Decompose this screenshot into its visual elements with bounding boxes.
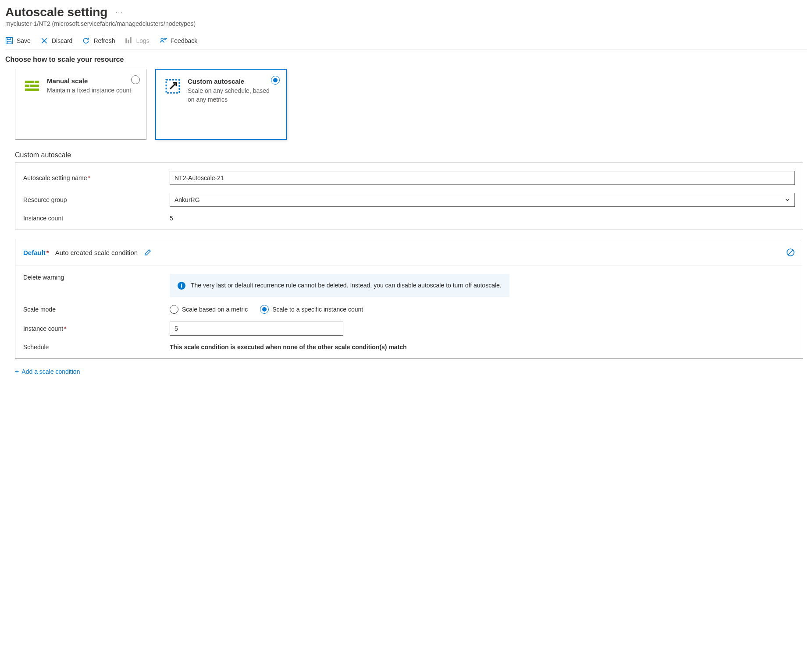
card-manual-scale[interactable]: Manual scale Maintain a fixed instance c…: [15, 69, 146, 140]
page-title: Autoscale setting: [5, 5, 107, 19]
info-icon: [178, 282, 185, 290]
refresh-label: Refresh: [93, 37, 115, 44]
svg-rect-2: [7, 41, 11, 44]
condition-name: Auto created scale condition: [55, 249, 138, 256]
schedule-text: This scale condition is executed when no…: [170, 344, 407, 351]
radio-scale-count[interactable]: Scale to a specific instance count: [260, 305, 363, 314]
command-bar: Save Discard Refresh Logs Feedback: [5, 31, 807, 50]
card-custom-autoscale[interactable]: Custom autoscale Scale on any schedule, …: [155, 69, 287, 140]
card-title: Manual scale: [47, 77, 131, 85]
svg-rect-11: [25, 85, 29, 87]
save-icon: [5, 37, 13, 45]
breadcrumb: mycluster-1/NT2 (microsoft.servicefabric…: [5, 20, 807, 27]
radio-icon: [170, 305, 178, 314]
add-scale-condition-button[interactable]: + Add a scale condition: [15, 368, 80, 376]
prohibit-icon[interactable]: [786, 248, 795, 257]
close-icon: [40, 37, 48, 45]
svg-rect-19: [181, 284, 182, 285]
instance-count-value: 5: [170, 215, 173, 222]
autoscale-name-field[interactable]: [170, 171, 795, 185]
feedback-label: Feedback: [171, 37, 197, 44]
save-label: Save: [17, 37, 31, 44]
svg-rect-5: [126, 38, 127, 43]
refresh-icon: [82, 37, 90, 45]
edit-icon[interactable]: [144, 248, 152, 256]
svg-rect-9: [25, 81, 34, 83]
radio-icon: [260, 305, 269, 314]
label-scale-mode: Scale mode: [23, 306, 170, 313]
delete-warning-text: The very last or default recurrence rule…: [191, 281, 502, 290]
label-delete-warning: Delete warning: [23, 274, 170, 281]
feedback-button[interactable]: Feedback: [159, 37, 197, 45]
custom-section-title: Custom autoscale: [15, 151, 807, 159]
discard-label: Discard: [52, 37, 72, 44]
resource-group-select[interactable]: [170, 193, 795, 207]
logs-button: Logs: [125, 37, 149, 45]
label-cond-instance-count: Instance count*: [23, 325, 170, 332]
svg-rect-13: [25, 89, 39, 91]
label-autoscale-name: Autoscale setting name*: [23, 174, 170, 181]
manual-scale-icon: [23, 77, 41, 95]
scale-condition-panel: Default* Auto created scale condition De…: [15, 239, 803, 359]
choose-heading: Choose how to scale your resource: [5, 56, 807, 64]
svg-rect-12: [30, 85, 39, 87]
label-instance-count: Instance count: [23, 215, 170, 222]
radio-label: Scale based on a metric: [182, 306, 248, 313]
plus-icon: +: [15, 368, 19, 376]
radio-scale-metric[interactable]: Scale based on a metric: [170, 305, 248, 314]
logs-icon: [125, 37, 132, 45]
card-title: Custom autoscale: [188, 78, 278, 85]
refresh-button[interactable]: Refresh: [82, 37, 115, 45]
svg-rect-18: [181, 285, 182, 288]
radio-icon: [271, 76, 280, 85]
card-desc: Maintain a fixed instance count: [47, 86, 131, 95]
feedback-icon: [159, 37, 167, 45]
discard-button[interactable]: Discard: [40, 37, 72, 45]
add-scale-condition-label: Add a scale condition: [21, 368, 80, 375]
custom-autoscale-icon: [164, 78, 182, 95]
more-icon[interactable]: ···: [115, 9, 123, 16]
label-schedule: Schedule: [23, 344, 170, 351]
svg-rect-6: [128, 40, 129, 43]
svg-line-16: [788, 250, 793, 255]
card-desc: Scale on any schedule, based on any metr…: [188, 87, 278, 104]
svg-rect-7: [130, 37, 132, 43]
cond-instance-count-field[interactable]: [170, 322, 343, 336]
label-resource-group: Resource group: [23, 196, 170, 203]
save-button[interactable]: Save: [5, 37, 31, 45]
autoscale-settings-panel: Autoscale setting name* Resource group I…: [15, 163, 803, 230]
logs-label: Logs: [136, 37, 149, 44]
svg-rect-10: [35, 81, 39, 83]
radio-label: Scale to a specific instance count: [272, 306, 363, 313]
condition-default-label: Default*: [23, 249, 49, 256]
svg-rect-1: [7, 38, 11, 40]
radio-icon: [131, 75, 140, 84]
delete-warning-box: The very last or default recurrence rule…: [170, 274, 509, 297]
svg-point-8: [161, 38, 163, 40]
